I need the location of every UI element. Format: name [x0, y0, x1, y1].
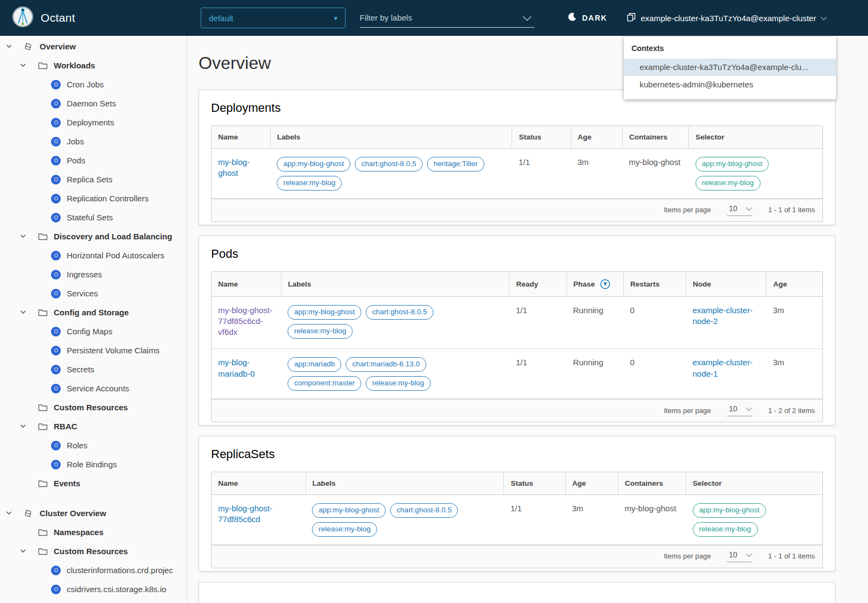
sidebar-item-clusterinformations-crd[interactable]: clusterinformations.crd.projec — [0, 561, 187, 580]
chevron-down-icon[interactable] — [20, 233, 38, 240]
column-header-name: Name — [212, 126, 270, 149]
column-header-status: Status — [504, 472, 565, 495]
items-per-page-label: Items per page — [664, 552, 711, 560]
sidebar-item-csidrivers-crd[interactable]: csidrivers.csi.storage.k8s.io — [0, 580, 187, 599]
sidebar-item-pods[interactable]: Pods — [0, 151, 187, 170]
chevron-down-icon[interactable] — [20, 548, 38, 555]
age-value: 3m — [571, 149, 622, 199]
sidebar-item-secrets[interactable]: Secrets — [0, 360, 187, 379]
sidebar-item-services[interactable]: Services — [0, 284, 187, 303]
selector-badge[interactable]: app:my-blog-ghost — [695, 157, 769, 172]
folder-icon — [38, 547, 48, 556]
jobs-icon — [51, 137, 61, 147]
selector-badge[interactable]: release:my-blog — [695, 176, 761, 191]
sidebar-item-cron-jobs[interactable]: Cron Jobs — [0, 75, 187, 94]
sidebar-item-replica-sets[interactable]: Replica Sets — [0, 170, 187, 189]
hpa-icon — [51, 251, 61, 261]
sidebar-item-events[interactable]: Events — [0, 474, 187, 493]
sidebar-item-custom-resources[interactable]: Custom Resources — [0, 398, 187, 417]
pagination-range: 1 - 1 of 1 items — [768, 206, 815, 214]
label-badge[interactable]: chart:mariadb-6.13.0 — [346, 357, 426, 372]
sidebar-item-horizontal-pod-autoscalers[interactable]: Horizontal Pod Autoscalers — [0, 246, 187, 265]
sidebar-item-role-bindings[interactable]: Role Bindings — [0, 455, 187, 474]
label-badge[interactable]: app:my-blog-ghost — [312, 503, 386, 518]
selector-badge[interactable]: release:my-blog — [693, 522, 758, 537]
replicasets-datagrid: Name Labels Status Age Containers Select… — [211, 472, 823, 568]
label-badge[interactable]: chart:ghost-8.0.5 — [366, 305, 433, 320]
sidebar-item-overview[interactable]: Overview — [0, 37, 187, 56]
folder-icon — [38, 308, 48, 318]
sidebar-item-discovery-load-balancing[interactable]: Discovery and Load Balancing — [0, 227, 187, 246]
label-badge[interactable]: release:my-blog — [312, 522, 377, 537]
chevron-down-icon[interactable] — [5, 43, 24, 50]
label-badge[interactable]: chart:ghost-8.0.5 — [355, 157, 423, 172]
label-badge[interactable]: app:my-blog-ghost — [277, 157, 350, 172]
sidebar-item-jobs[interactable]: Jobs — [0, 132, 187, 151]
table-row: my-blog-ghost-77df85c6cd-vf6dx app:my-bl… — [212, 296, 822, 349]
chevron-down-icon[interactable] — [20, 309, 38, 316]
filter-icon[interactable] — [600, 279, 610, 289]
datagrid-footer: Items per page 10 1 - 1 of 1 items — [212, 199, 822, 221]
sidebar-item-ingresses[interactable]: Ingresses — [0, 265, 187, 284]
column-header-status: Status — [512, 126, 571, 149]
selector-badge[interactable]: app:my-blog-ghost — [693, 503, 767, 518]
overview-icon — [24, 509, 34, 518]
next-card-partial — [199, 582, 835, 603]
node-link[interactable]: example-cluster-node-2 — [693, 306, 753, 326]
moon-icon — [567, 12, 577, 24]
replication-controllers-icon — [51, 194, 61, 204]
sidebar-item-daemon-sets[interactable]: Daemon Sets — [0, 94, 187, 113]
label-badge[interactable]: release:my-blog — [366, 376, 431, 391]
label-filter — [360, 8, 534, 28]
sidebar-item-config-and-storage[interactable]: Config and Storage — [0, 303, 187, 322]
chevron-down-icon[interactable] — [523, 12, 532, 21]
column-header-age: Age — [767, 272, 822, 297]
sidebar-item-cluster-custom-resources[interactable]: Custom Resources — [0, 542, 187, 561]
label-badge[interactable]: app:mariadb — [288, 357, 341, 372]
sidebar-item-persistent-volume-claims[interactable]: Persistent Volume Claims — [0, 341, 187, 360]
chevron-down-icon — [746, 551, 752, 557]
overview-icon — [24, 42, 34, 52]
deployment-name-link[interactable]: my-blog-ghost — [218, 157, 250, 177]
context-option[interactable]: kubernetes-admin@kubernetes — [624, 76, 836, 93]
sidebar-item-replication-controllers[interactable]: Replication Controllers — [0, 189, 187, 208]
namespace-select[interactable]: default ▾ — [201, 8, 346, 28]
roles-icon — [51, 441, 61, 450]
sidebar-item-roles[interactable]: Roles — [0, 436, 187, 455]
label-badge[interactable]: app:my-blog-ghost — [288, 305, 361, 320]
sidebar-item-cluster-overview[interactable]: Cluster Overview — [0, 504, 187, 523]
context-option-selected[interactable]: example-cluster-ka3TuTzYo4a@example-clu.… — [624, 59, 836, 76]
page-size-select[interactable]: 10 — [727, 404, 752, 416]
label-badge[interactable]: release:my-blog — [288, 324, 353, 339]
replicaset-name-link[interactable]: my-blog-ghost-77df85c6cd — [218, 504, 272, 524]
sidebar-item-config-maps[interactable]: Config Maps — [0, 322, 187, 341]
octant-logo-icon — [12, 6, 34, 30]
column-header-selector: Selector — [689, 126, 822, 149]
filter-by-labels-input[interactable] — [360, 13, 523, 22]
pod-name-link[interactable]: my-blog-ghost-77df85c6cd-vf6dx — [218, 306, 272, 337]
sidebar-item-deployments[interactable]: Deployments — [0, 113, 187, 132]
table-row: my-blog-ghost-77df85c6cd app:my-blog-gho… — [212, 495, 822, 545]
pod-name-link[interactable]: my-blog-mariadb-0 — [218, 358, 255, 378]
sidebar-item-rbac[interactable]: RBAC — [0, 417, 187, 436]
context-selector[interactable]: example-cluster-ka3TuTzYo4a@example-clus… — [627, 0, 825, 36]
sidebar-item-stateful-sets[interactable]: Stateful Sets — [0, 208, 187, 227]
sidebar-item-workloads[interactable]: Workloads — [0, 56, 187, 75]
deployments-card: Deployments Name Labels Status Age Conta… — [199, 90, 835, 225]
page-size-select[interactable]: 10 — [727, 204, 752, 216]
chevron-down-icon — [746, 205, 752, 211]
page-size-select[interactable]: 10 — [727, 550, 752, 562]
chevron-down-icon[interactable] — [20, 62, 38, 69]
sidebar-item-namespaces[interactable]: Namespaces — [0, 523, 187, 542]
chevron-down-icon[interactable] — [20, 423, 38, 430]
theme-toggle-button[interactable]: DARK — [567, 0, 607, 36]
node-link[interactable]: example-cluster-node-1 — [693, 358, 753, 378]
crd-icon — [51, 566, 61, 575]
label-badge[interactable]: release:my-blog — [277, 176, 342, 191]
chevron-down-icon[interactable] — [5, 510, 24, 517]
label-badge[interactable]: chart:ghost-8.0.5 — [390, 503, 458, 518]
label-badge[interactable]: component:master — [288, 376, 361, 391]
sidebar-item-service-accounts[interactable]: Service Accounts — [0, 379, 187, 398]
label-badge[interactable]: heritage:Tiller — [427, 157, 484, 172]
chevron-down-icon — [746, 405, 752, 411]
